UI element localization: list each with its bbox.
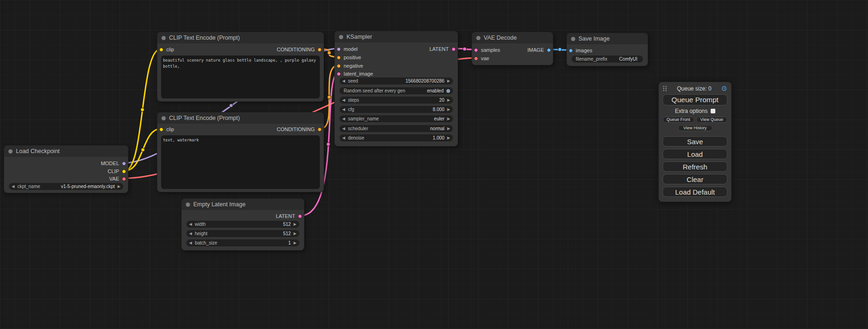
input-dot-model[interactable] bbox=[337, 47, 341, 51]
increment-arrow-icon[interactable]: ▶ bbox=[447, 117, 450, 121]
input-slot-images[interactable]: images bbox=[569, 47, 592, 54]
decrement-arrow-icon[interactable]: ◀ bbox=[342, 127, 345, 131]
output-slot-vae[interactable]: VAE bbox=[109, 175, 126, 182]
decrement-arrow-icon[interactable]: ◀ bbox=[189, 241, 192, 245]
output-slot-conditioning[interactable]: CONDITIONING bbox=[277, 46, 322, 53]
settings-gear-icon[interactable]: ⚙ bbox=[721, 85, 727, 92]
decrement-arrow-icon[interactable]: ◀ bbox=[189, 223, 192, 226]
node-load-checkpoint[interactable]: Load Checkpoint MODEL CLIP VAE ◀ ckpt_na… bbox=[4, 145, 128, 193]
collapse-dot[interactable] bbox=[162, 36, 166, 40]
output-slot-model[interactable]: MODEL bbox=[101, 160, 126, 167]
input-dot-positive[interactable] bbox=[337, 56, 341, 60]
output-slot-image[interactable]: IMAGE bbox=[528, 47, 551, 53]
view-queue-button[interactable]: View Queue bbox=[696, 117, 728, 123]
widget-filename-prefix[interactable]: filename_prefix ComfyUI bbox=[572, 56, 643, 63]
widget-denoise[interactable]: ◀ denoise 1.000 ▶ bbox=[339, 134, 453, 141]
save-button[interactable]: Save bbox=[663, 136, 727, 147]
node-vae-decode[interactable]: VAE Decode samples vae IMAGE bbox=[472, 32, 553, 65]
increment-arrow-icon[interactable]: ▶ bbox=[294, 223, 296, 226]
input-slot-clip[interactable]: clip bbox=[159, 46, 174, 53]
input-dot-vae[interactable] bbox=[474, 56, 478, 61]
output-dot-image[interactable] bbox=[547, 48, 551, 52]
widget-cfg[interactable]: ◀ cfg 8.000 ▶ bbox=[339, 106, 453, 113]
output-dot-latent[interactable] bbox=[452, 47, 456, 51]
load-default-button[interactable]: Load Default bbox=[663, 187, 727, 197]
collapse-dot[interactable] bbox=[571, 37, 575, 41]
output-dot-model[interactable] bbox=[122, 161, 126, 166]
output-dot-conditioning[interactable] bbox=[318, 127, 322, 132]
input-dot-clip[interactable] bbox=[159, 48, 163, 52]
output-dot-conditioning[interactable] bbox=[318, 48, 322, 52]
widget-height[interactable]: ◀ height 512 ▶ bbox=[186, 230, 299, 237]
queue-prompt-button[interactable]: Queue Prompt bbox=[663, 94, 727, 105]
decrement-arrow-icon[interactable]: ◀ bbox=[12, 185, 14, 189]
widget-width[interactable]: ◀ width 512 ▶ bbox=[186, 221, 299, 228]
node-save-image[interactable]: Save Image images filename_prefix ComfyU… bbox=[566, 33, 648, 66]
collapse-dot[interactable] bbox=[186, 203, 190, 207]
node-title-bar[interactable]: KSampler bbox=[335, 31, 458, 42]
decrement-arrow-icon[interactable]: ◀ bbox=[342, 98, 345, 102]
increment-arrow-icon[interactable]: ▶ bbox=[118, 185, 120, 189]
output-dot-vae[interactable] bbox=[122, 177, 126, 181]
decrement-arrow-icon[interactable]: ◀ bbox=[189, 232, 192, 236]
output-dot-latent[interactable] bbox=[298, 214, 302, 218]
node-canvas[interactable]: Load Checkpoint MODEL CLIP VAE ◀ ckpt_na… bbox=[0, 0, 868, 329]
node-ksampler[interactable]: KSampler model positive negative latent_… bbox=[334, 31, 458, 147]
node-title-bar[interactable]: VAE Decode bbox=[472, 32, 553, 43]
output-dot-clip[interactable] bbox=[122, 169, 126, 174]
input-slot-vae[interactable]: vae bbox=[474, 55, 489, 62]
widget-ckpt-name[interactable]: ◀ ckpt_name v1-5-pruned-emaonly.ckpt ▶ bbox=[9, 183, 123, 190]
input-slot-model[interactable]: model bbox=[337, 46, 358, 52]
output-slot-latent[interactable]: LATENT bbox=[430, 46, 456, 52]
increment-arrow-icon[interactable]: ▶ bbox=[447, 79, 450, 83]
node-empty-latent-image[interactable]: Empty Latent Image LATENT ◀ width 512 ▶ … bbox=[181, 198, 304, 251]
increment-arrow-icon[interactable]: ▶ bbox=[447, 127, 450, 131]
widget-scheduler[interactable]: ◀ scheduler normal ▶ bbox=[339, 125, 453, 132]
node-title-bar[interactable]: Empty Latent Image bbox=[182, 199, 304, 210]
decrement-arrow-icon[interactable]: ◀ bbox=[342, 108, 345, 112]
widget-steps[interactable]: ◀ steps 20 ▶ bbox=[339, 97, 453, 104]
collapse-dot[interactable] bbox=[162, 116, 166, 120]
decrement-arrow-icon[interactable]: ◀ bbox=[342, 136, 345, 140]
decrement-arrow-icon[interactable]: ◀ bbox=[342, 117, 345, 121]
widget-batch-size[interactable]: ◀ batch_size 1 ▶ bbox=[186, 239, 299, 246]
decrement-arrow-icon[interactable]: ◀ bbox=[342, 79, 345, 83]
collapse-dot[interactable] bbox=[339, 35, 343, 39]
prompt-textarea[interactable]: text, watermark bbox=[161, 135, 320, 189]
node-clip-text-encode-negative[interactable]: CLIP Text Encode (Prompt) clip CONDITION… bbox=[157, 112, 324, 192]
drag-handle-icon[interactable] bbox=[663, 85, 667, 91]
output-slot-conditioning[interactable]: CONDITIONING bbox=[277, 126, 322, 133]
input-slot-positive[interactable]: positive bbox=[337, 54, 361, 61]
input-dot-clip[interactable] bbox=[159, 127, 163, 132]
input-slot-samples[interactable]: samples bbox=[474, 47, 500, 53]
queue-front-button[interactable]: Queue Front bbox=[663, 117, 694, 123]
view-history-button[interactable]: View History bbox=[678, 125, 713, 131]
node-title-bar[interactable]: Load Checkpoint bbox=[4, 146, 128, 157]
output-slot-clip[interactable]: CLIP bbox=[108, 168, 126, 175]
input-slot-clip[interactable]: clip bbox=[159, 126, 174, 133]
increment-arrow-icon[interactable]: ▶ bbox=[294, 232, 296, 236]
widget-random-seed-toggle[interactable]: Random seed after every gen enabled bbox=[339, 87, 453, 94]
input-slot-negative[interactable]: negative bbox=[337, 63, 363, 69]
increment-arrow-icon[interactable]: ▶ bbox=[447, 98, 450, 102]
collapse-dot[interactable] bbox=[476, 36, 480, 40]
output-slot-latent[interactable]: LATENT bbox=[276, 213, 302, 219]
extra-options-checkbox[interactable] bbox=[711, 109, 715, 113]
node-clip-text-encode-positive[interactable]: CLIP Text Encode (Prompt) clip CONDITION… bbox=[157, 32, 324, 102]
prompt-textarea[interactable]: beautiful scenery nature glass bottle la… bbox=[161, 56, 320, 98]
increment-arrow-icon[interactable]: ▶ bbox=[447, 108, 450, 112]
input-dot-latent-image[interactable] bbox=[337, 72, 341, 76]
input-dot-images[interactable] bbox=[569, 49, 573, 53]
clear-button[interactable]: Clear bbox=[663, 174, 727, 184]
input-dot-samples[interactable] bbox=[474, 48, 478, 52]
collapse-dot[interactable] bbox=[8, 149, 13, 154]
node-title-bar[interactable]: Save Image bbox=[567, 33, 648, 44]
load-button[interactable]: Load bbox=[663, 149, 727, 159]
widget-sampler-name[interactable]: ◀ sampler_name euler ▶ bbox=[339, 115, 453, 122]
node-title-bar[interactable]: CLIP Text Encode (Prompt) bbox=[157, 112, 324, 124]
node-title-bar[interactable]: CLIP Text Encode (Prompt) bbox=[157, 32, 324, 43]
refresh-button[interactable]: Refresh bbox=[663, 161, 727, 172]
input-slot-latent-image[interactable]: latent_image bbox=[337, 70, 373, 77]
widget-seed[interactable]: ◀ seed 156680208700286 ▶ bbox=[339, 77, 453, 84]
increment-arrow-icon[interactable]: ▶ bbox=[447, 136, 450, 140]
